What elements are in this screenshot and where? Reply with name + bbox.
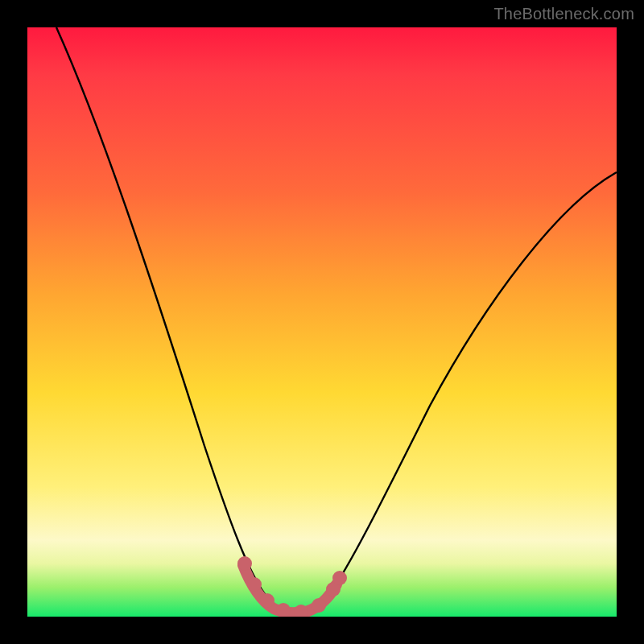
- watermark-label: TheBottleneck.com: [493, 5, 634, 23]
- marker-dot: [260, 593, 275, 608]
- curve-svg: [27, 27, 617, 617]
- plot-area: [27, 27, 617, 617]
- chart-frame: TheBottleneck.com: [0, 0, 644, 644]
- marker-dot: [312, 598, 326, 613]
- marker-dot: [247, 577, 262, 592]
- bottleneck-curve: [56, 27, 617, 612]
- marker-dot: [332, 571, 347, 585]
- marker-dot: [237, 556, 252, 571]
